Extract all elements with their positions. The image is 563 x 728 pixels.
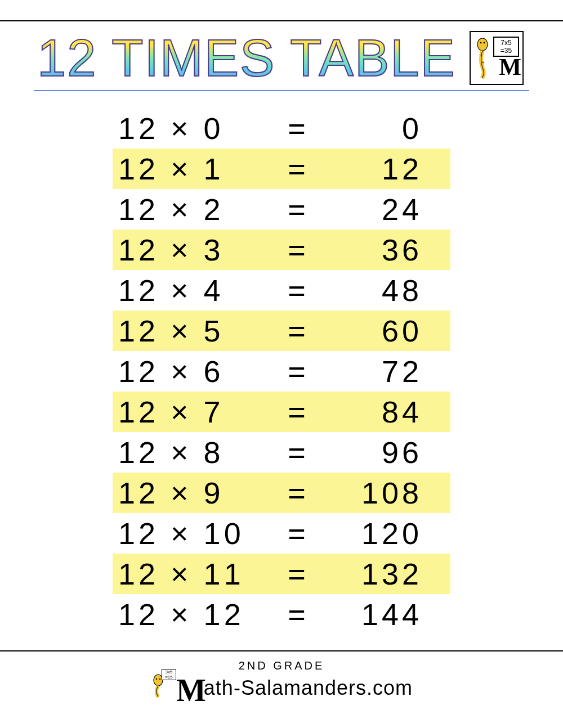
table-row: 12 × 3=36	[113, 230, 450, 270]
expression: 12 × 6	[113, 354, 270, 389]
svg-point-7	[159, 678, 160, 680]
table-row: 12 × 12=144	[113, 594, 450, 635]
expression: 12 × 2	[113, 192, 270, 227]
result: 144	[327, 597, 428, 632]
footer-site-label: ath-Salamanders.com	[204, 676, 413, 700]
table-row: 12 × 11=132	[113, 554, 450, 594]
result: 12	[327, 151, 428, 186]
footer-m-icon: M	[176, 672, 200, 708]
equals-sign: =	[270, 516, 327, 551]
expression: 12 × 9	[113, 475, 270, 510]
result: 120	[327, 516, 428, 551]
equals-sign: =	[270, 151, 327, 186]
times-table: 12 × 0=012 × 1=1212 × 2=2412 × 3=3612 × …	[113, 108, 450, 635]
expression: 12 × 0	[113, 111, 270, 146]
header-underline	[34, 90, 529, 91]
result: 96	[327, 435, 428, 470]
page-content: 12 Times Table 7x5 =35 M 12 × 0=012 × 1=…	[0, 0, 563, 635]
footer-salamander-icon: 3x5 =15	[150, 672, 173, 699]
result: 60	[327, 313, 428, 348]
expression: 12 × 12	[113, 597, 270, 632]
equals-sign: =	[270, 556, 327, 591]
expression: 12 × 5	[113, 313, 270, 348]
result: 0	[327, 111, 428, 146]
expression: 12 × 11	[113, 556, 270, 591]
bottom-horizontal-rule	[0, 650, 563, 651]
result: 24	[327, 192, 428, 227]
expression: 12 × 3	[113, 232, 270, 267]
table-row: 12 × 7=84	[113, 392, 450, 432]
equals-sign: =	[270, 597, 327, 632]
equals-sign: =	[270, 394, 327, 429]
table-row: 12 × 6=72	[113, 351, 450, 392]
footer-whiteboard-icon: 3x5 =15	[162, 669, 176, 680]
result: 132	[327, 556, 428, 591]
result: 72	[327, 354, 428, 389]
svg-point-4	[482, 62, 484, 64]
equals-sign: =	[270, 111, 327, 146]
table-row: 12 × 0=0	[113, 108, 450, 149]
result: 108	[327, 475, 428, 510]
footer-board-text-1: 3x5	[166, 669, 173, 675]
equals-sign: =	[270, 475, 327, 510]
table-row: 12 × 10=120	[113, 513, 450, 554]
svg-point-6	[156, 678, 157, 680]
equals-sign: =	[270, 354, 327, 389]
salamander-icon	[474, 37, 491, 79]
brand-logo: 7x5 =35 M	[470, 31, 524, 85]
expression: 12 × 10	[113, 516, 270, 551]
svg-point-0	[477, 38, 488, 51]
equals-sign: =	[270, 273, 327, 308]
result: 36	[327, 232, 428, 267]
equals-sign: =	[270, 232, 327, 267]
logo-m-icon: M	[499, 53, 517, 80]
board-text-1: 7x5	[501, 39, 511, 47]
result: 48	[327, 273, 428, 308]
header: 12 Times Table 7x5 =35 M	[34, 31, 529, 86]
footer-brand: 3x5 =15 M ath-Salamanders.com	[0, 670, 563, 706]
equals-sign: =	[270, 192, 327, 227]
table-row: 12 × 4=48	[113, 270, 450, 311]
table-row: 12 × 5=60	[113, 311, 450, 351]
expression: 12 × 8	[113, 435, 270, 470]
table-row: 12 × 9=108	[113, 473, 450, 513]
top-horizontal-rule	[0, 20, 563, 21]
footer-board-text-2: =15	[165, 675, 173, 680]
table-row: 12 × 2=24	[113, 189, 450, 230]
expression: 12 × 4	[113, 273, 270, 308]
svg-point-3	[481, 55, 482, 57]
result: 84	[327, 394, 428, 429]
page-title: 12 Times Table	[37, 31, 456, 86]
svg-point-2	[484, 42, 485, 44]
expression: 12 × 1	[113, 151, 270, 186]
equals-sign: =	[270, 435, 327, 470]
footer: 2nd Grade 3x5 =15 M ath-Salamanders.com	[0, 659, 563, 706]
svg-point-1	[480, 42, 482, 44]
table-row: 12 × 1=12	[113, 149, 450, 189]
table-row: 12 × 8=96	[113, 432, 450, 473]
equals-sign: =	[270, 313, 327, 348]
expression: 12 × 7	[113, 394, 270, 429]
